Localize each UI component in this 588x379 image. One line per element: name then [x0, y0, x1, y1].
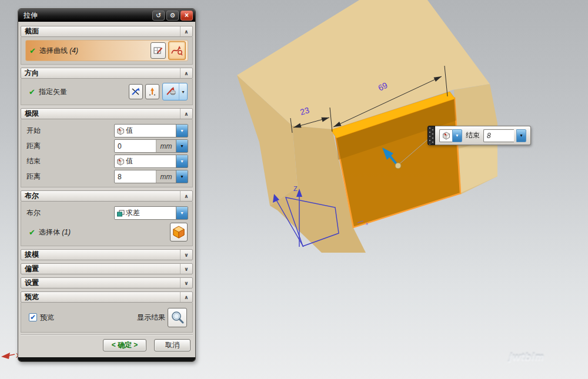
select-body-button[interactable] [170, 223, 188, 242]
end-distance-label: 距离 [25, 172, 114, 182]
check-icon: ✔ [29, 88, 35, 96]
dialog-titlebar[interactable]: 拉伸 ↺ ⚙ × [18, 9, 195, 22]
sketch-icon [153, 45, 163, 56]
end-distance-spinner[interactable]: ▼ [516, 129, 526, 142]
dialog-footer: < 确定 > 取消 [21, 334, 193, 356]
dropdown-arrow-icon[interactable]: ▼ [452, 129, 462, 142]
on-screen-mini-toolbar: ▼ 结束 ▼ [427, 126, 531, 145]
gear-icon[interactable]: ⚙ [166, 11, 179, 21]
section-header-cross-section[interactable]: 截面 ∧ [21, 26, 193, 37]
start-distance-label: 距离 [25, 141, 114, 151]
value-cube-icon [116, 157, 125, 166]
section-content-preview: ✔ 预览 显示结果 [21, 303, 193, 333]
dialog-resize-bar[interactable] [18, 357, 195, 361]
select-body-row[interactable]: ✔ 选择体 (1) [25, 222, 188, 243]
section-header-draft[interactable]: 拔模 ∨ [21, 249, 193, 260]
x-axis-line [9, 354, 15, 355]
vector-arrow-icon [163, 83, 179, 100]
close-icon[interactable]: × [181, 11, 193, 21]
start-distance-unit: mm [156, 140, 176, 152]
dropdown-arrow-icon[interactable]: ▼ [179, 83, 187, 100]
magnifier-icon [171, 310, 185, 324]
preview-checkbox[interactable]: ✔ [29, 313, 37, 321]
select-body-count: (1) [62, 228, 71, 236]
chevron-up-icon[interactable]: ∧ [180, 191, 192, 201]
vector-cross-icon [131, 87, 141, 96]
end-distance-input[interactable] [115, 170, 156, 183]
chevron-down-icon[interactable]: ∨ [180, 278, 192, 288]
chevron-up-icon[interactable]: ∧ [180, 109, 192, 119]
inferred-vector-button[interactable] [129, 84, 143, 99]
curve-icon [171, 44, 183, 57]
dropdown-arrow-icon[interactable]: ▼ [176, 155, 188, 167]
chevron-up-icon[interactable]: ∧ [180, 68, 192, 78]
dropdown-arrow-icon[interactable]: ▼ [176, 207, 188, 219]
sketch-x-axis-label: x [366, 221, 368, 226]
boolean-type-value: 求差 [126, 208, 176, 218]
vector-direction-button[interactable]: ▼ [162, 83, 188, 100]
end-distance-unit: mm [156, 170, 176, 183]
section-content-limits: 开始 值 ▼ 距离 mm ▼ 结束 [21, 119, 193, 187]
specify-vector-row[interactable]: ✔ 指定矢量 ▼ [25, 82, 188, 102]
watermark: jwtbim [509, 351, 574, 364]
section-header-preview[interactable]: 预览 ∧ [21, 291, 193, 303]
select-body-label: 选择体 [39, 228, 60, 236]
end-distance-label: 结束 [465, 130, 481, 140]
z-axis-label: Z [293, 185, 298, 192]
end-label: 结束 [25, 156, 114, 166]
mini-toolbar-panel: ▼ 结束 ▼ [435, 126, 531, 145]
chevron-up-icon[interactable]: ∧ [180, 26, 192, 36]
application-window: Z x 69 23 X jwtbim [0, 0, 588, 379]
boolean-label: 布尔 [25, 208, 114, 218]
sketch-section-button[interactable] [151, 42, 166, 59]
select-curve-label: 选择曲线 [39, 46, 68, 55]
select-curve-row[interactable]: ✔ 选择曲线 (4) [25, 40, 188, 61]
end-type-dropdown[interactable]: 值 ▼ [114, 155, 188, 168]
section-content-boolean: 布尔 求差 ▼ ✔ 选择体 (1) [21, 202, 193, 246]
section-header-settings[interactable]: 设置 ∨ [21, 277, 193, 289]
extrude-dialog: 拉伸 ↺ ⚙ × 截面 ∧ ✔ 选择曲线 (4) [18, 8, 196, 362]
show-result-label: 显示结果 [137, 313, 165, 323]
end-type-value: 值 [126, 156, 176, 166]
subtract-icon [116, 209, 125, 217]
section-header-limits[interactable]: 极限 ∧ [21, 108, 193, 119]
dialog-body: 截面 ∧ ✔ 选择曲线 (4) 方向 ∧ [18, 22, 195, 356]
dropdown-arrow-icon[interactable]: ▼ [176, 125, 188, 137]
drag-handle-sphere[interactable] [395, 163, 401, 169]
reset-icon[interactable]: ↺ [152, 11, 165, 21]
solid-cube-icon [172, 225, 186, 239]
chevron-up-icon[interactable]: ∧ [180, 292, 192, 302]
start-distance-spinner[interactable]: ▼ [176, 140, 188, 152]
boolean-type-dropdown[interactable]: 求差 ▼ [114, 206, 188, 220]
preview-checkbox-label: 预览 [40, 313, 137, 323]
specify-vector-label: 指定矢量 [39, 87, 126, 97]
end-distance-field: mm ▼ [114, 170, 188, 183]
end-distance-input[interactable] [483, 129, 514, 142]
x-axis-arrowhead [1, 353, 10, 359]
chevron-down-icon[interactable]: ∨ [180, 264, 192, 274]
start-distance-input[interactable] [115, 140, 156, 152]
check-icon: ✔ [29, 228, 35, 237]
orange-arrow-icon [148, 87, 157, 96]
toolbar-drag-grip[interactable] [427, 126, 435, 145]
dialog-title: 拉伸 [24, 11, 151, 21]
vector-dialog-button[interactable] [145, 84, 159, 99]
check-icon: ✔ [29, 46, 36, 55]
curve-select-button[interactable] [168, 41, 186, 60]
chevron-down-icon[interactable]: ∨ [180, 250, 192, 260]
start-type-dropdown[interactable]: 值 ▼ [114, 124, 188, 137]
start-distance-field: mm ▼ [114, 139, 188, 153]
section-header-direction[interactable]: 方向 ∧ [21, 68, 193, 79]
end-limit-option-dropdown[interactable]: ▼ [439, 129, 462, 142]
section-header-boolean[interactable]: 布尔 ∧ [21, 190, 193, 202]
value-cube-icon [116, 127, 125, 135]
end-distance-spinner[interactable]: ▼ [176, 170, 188, 183]
start-label: 开始 [25, 126, 114, 136]
section-header-offset[interactable]: 偏置 ∨ [21, 263, 193, 274]
ok-button[interactable]: < 确定 > [103, 339, 146, 351]
show-result-button[interactable] [168, 308, 187, 327]
select-curve-count: (4) [69, 46, 78, 55]
value-cube-icon [439, 129, 452, 142]
cancel-button[interactable]: 取消 [154, 339, 191, 351]
start-type-value: 值 [126, 126, 176, 136]
